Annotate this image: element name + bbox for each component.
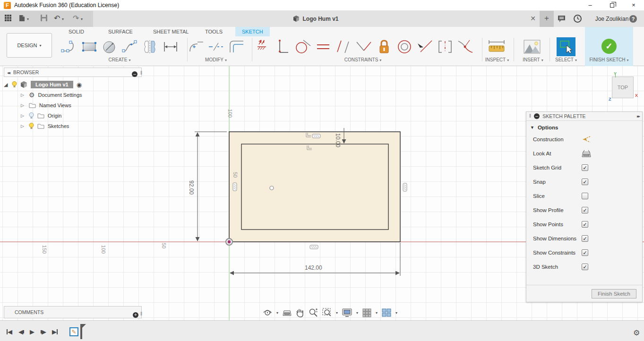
constraint-glyph-horizontal-top[interactable] <box>312 134 320 138</box>
timeline-go-end-button[interactable]: ▶ <box>52 328 58 335</box>
modify-trim-icon[interactable] <box>207 38 226 56</box>
tab-surface[interactable]: SURFACE <box>102 27 139 36</box>
tab-close-icon[interactable]: ✕ <box>529 15 537 22</box>
option-snap[interactable]: Snap ✓ <box>526 175 642 189</box>
option-sketch-grid[interactable]: Sketch Grid ✓ <box>526 161 642 175</box>
expand-arrow-icon[interactable]: ▷ <box>21 113 26 118</box>
app-grid-icon[interactable] <box>5 15 11 21</box>
slice-checkbox[interactable] <box>582 193 588 199</box>
minimize-button[interactable]: – <box>582 0 598 10</box>
create-spline-icon[interactable] <box>120 38 139 56</box>
finish-sketch-button[interactable]: Finish Sketch <box>592 289 636 298</box>
browser-collapse-icon[interactable]: ◂◂ <box>7 70 9 75</box>
activate-component-icon[interactable]: ◉ <box>77 81 82 88</box>
timeline-play-button[interactable]: ▶ <box>30 328 34 335</box>
option-show-dimensions[interactable]: Show Dimensions ✓ <box>526 231 642 246</box>
tab-sheet-metal[interactable]: SHEET METAL <box>146 27 195 36</box>
node-label[interactable]: Origin <box>48 113 61 119</box>
finish-sketch-check-icon[interactable]: ✓ <box>601 39 617 54</box>
constraint-glyph-vertical-right[interactable] <box>403 183 407 191</box>
timeline-go-start-button[interactable]: ◀ <box>7 328 12 335</box>
constraint-symmetry-icon[interactable] <box>436 38 455 56</box>
select-group-label[interactable]: SELECT <box>552 57 580 62</box>
comments-panel-header[interactable]: COMMENTS + ‖ <box>4 306 142 318</box>
create-mirror-icon[interactable] <box>141 38 160 56</box>
document-tab[interactable]: Logo Hum v1 <box>93 11 539 27</box>
grid-settings-dropdown-icon[interactable]: ▾ <box>376 311 378 315</box>
option-construction[interactable]: Construction <box>526 132 642 146</box>
file-menu-icon[interactable] <box>19 15 25 22</box>
constraint-tangent-icon[interactable] <box>293 38 312 56</box>
file-menu-dropdown-icon[interactable]: ▾ <box>27 17 29 21</box>
tab-tools[interactable]: TOOLS <box>198 27 229 36</box>
grid-settings-icon[interactable] <box>362 308 371 317</box>
timeline-position-marker[interactable] <box>80 324 86 339</box>
dim-92-value[interactable]: 92.00 <box>188 180 195 195</box>
select-tool-button[interactable] <box>557 37 575 56</box>
help-icon[interactable]: ? <box>629 15 637 23</box>
snap-checkbox[interactable]: ✓ <box>582 179 588 185</box>
inspect-measure-icon[interactable] <box>487 38 506 56</box>
viewcube-face-label[interactable]: TOP <box>618 85 628 90</box>
constraint-midpoint-icon[interactable] <box>415 38 434 56</box>
show-dimensions-checkbox[interactable]: ✓ <box>582 235 588 242</box>
constraint-glyph-vertical-left[interactable] <box>233 183 237 191</box>
undo-icon[interactable]: ↶ <box>54 14 60 23</box>
browser-node-named-views[interactable]: ▷ Named Views <box>4 100 136 111</box>
redo-dropdown-icon[interactable]: ▾ <box>81 17 83 21</box>
constraint-coincident-icon[interactable] <box>253 38 272 56</box>
constraint-perpendicular-icon[interactable] <box>354 38 373 56</box>
timeline-step-back-button[interactable]: ◀ <box>18 328 24 335</box>
display-settings-dropdown-icon[interactable]: ▾ <box>356 311 358 315</box>
comment-bubble-icon[interactable] <box>558 15 566 23</box>
constraint-concentric-icon[interactable] <box>395 38 414 56</box>
constraint-horizontal-vertical-icon[interactable] <box>273 38 292 56</box>
inspect-group-label[interactable]: INSPECT <box>483 57 511 62</box>
origin-point[interactable] <box>228 240 231 243</box>
viewports-icon[interactable] <box>382 308 391 317</box>
options-section-header[interactable]: ▼ Options <box>526 121 642 132</box>
option-show-points[interactable]: Show Points ✓ <box>526 217 642 231</box>
node-label[interactable]: Sketches <box>48 123 69 129</box>
create-circle-icon[interactable] <box>100 38 119 56</box>
close-button[interactable]: × <box>626 0 642 10</box>
sketch-grid-checkbox[interactable]: ✓ <box>582 164 588 171</box>
timeline-settings-gear-icon[interactable]: ⚙ <box>633 328 640 337</box>
expand-arrow-icon[interactable]: ▷ <box>21 124 26 128</box>
create-rectangle-icon[interactable] <box>80 38 99 56</box>
browser-node-origin[interactable]: ▷ Origin <box>4 111 136 121</box>
create-dimension-icon[interactable] <box>161 38 180 56</box>
new-tab-button[interactable]: + <box>540 11 554 27</box>
tab-solid[interactable]: SOLID <box>62 27 91 36</box>
comments-add-icon[interactable]: + <box>133 309 138 320</box>
clock-icon[interactable] <box>574 15 582 23</box>
viewports-dropdown-icon[interactable]: ▾ <box>395 311 397 315</box>
show-points-checkbox[interactable]: ✓ <box>582 221 588 228</box>
inner-rectangle[interactable] <box>241 144 388 230</box>
undo-dropdown-icon[interactable]: ▾ <box>62 17 64 21</box>
tab-sketch[interactable]: SKETCH <box>235 27 270 36</box>
option-slice[interactable]: Slice <box>526 189 642 203</box>
create-line-icon[interactable] <box>60 38 78 56</box>
constraint-curvature-icon[interactable] <box>456 38 475 56</box>
root-node-label[interactable]: Logo Hum v1 <box>31 81 73 88</box>
node-label[interactable]: Document Settings <box>38 92 82 98</box>
user-name[interactable]: Joe Zoulikian <box>593 16 631 22</box>
dim-142-value[interactable]: 142.00 <box>305 264 322 271</box>
section-collapse-icon[interactable]: ▼ <box>530 125 534 130</box>
construction-icon[interactable] <box>582 136 591 143</box>
palette-minimize-icon[interactable]: – <box>534 113 540 119</box>
restore-button[interactable] <box>604 0 620 10</box>
workspace-selector[interactable]: DESIGN▾ <box>7 33 52 58</box>
browser-resize-handle[interactable]: ‖ <box>140 69 142 77</box>
expand-arrow-icon[interactable]: ▷ <box>21 93 26 97</box>
sketch-point[interactable] <box>270 186 274 190</box>
pan-icon[interactable] <box>296 308 304 317</box>
constraint-parallel-icon[interactable] <box>334 38 353 56</box>
expand-arrow-icon[interactable]: ▷ <box>21 103 26 108</box>
show-profile-checkbox[interactable]: ✓ <box>582 207 588 213</box>
fit-view-dropdown-icon[interactable]: ▾ <box>336 311 338 315</box>
redo-icon[interactable]: ↷ <box>73 14 79 23</box>
timeline-sketch-feature[interactable]: ✎ <box>69 327 78 336</box>
look-at-nav-icon[interactable] <box>283 309 292 316</box>
